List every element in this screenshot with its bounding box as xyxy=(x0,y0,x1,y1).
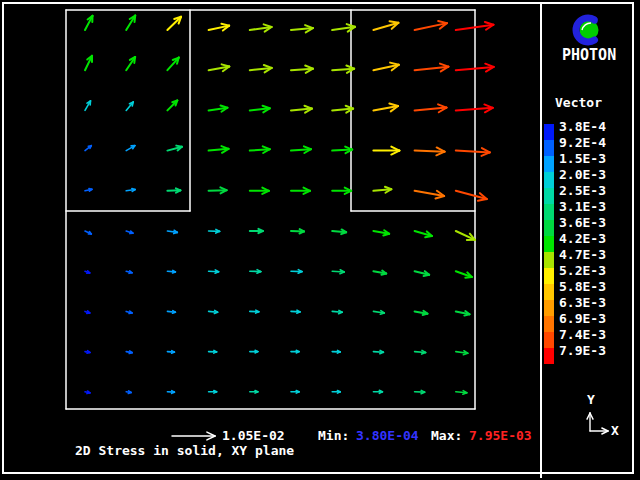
min-value: 3.80E-04 xyxy=(356,429,419,442)
legend-value: 3.8E-4 xyxy=(559,119,606,135)
legend-swatch xyxy=(544,204,554,220)
legend-value: 2.5E-3 xyxy=(559,183,606,199)
legend-swatch xyxy=(544,236,554,252)
photon-logo-graphic xyxy=(569,12,605,48)
legend-swatch xyxy=(544,124,554,140)
legend-value: 6.3E-3 xyxy=(559,295,606,311)
legend-swatch xyxy=(544,316,554,332)
legend-title: Vector xyxy=(555,96,602,110)
axis-triad-arrows xyxy=(587,413,608,434)
legend-value: 1.5E-3 xyxy=(559,151,606,167)
photon-app-screen: 1.05E-02 Min: 3.80E-04 Max: 7.95E-03 2D … xyxy=(0,0,640,480)
legend-swatch xyxy=(544,220,554,236)
legend-value: 7.9E-3 xyxy=(559,343,606,359)
legend-swatch xyxy=(544,172,554,188)
legend-value: 7.4E-3 xyxy=(559,327,606,343)
legend-swatch xyxy=(544,140,554,156)
photon-logo-icon xyxy=(569,12,605,48)
plot-title: 2D Stress in solid, XY plane xyxy=(75,444,294,457)
panel-divider xyxy=(540,2,542,478)
legend-value: 3.1E-3 xyxy=(559,199,606,215)
legend-value: 5.2E-3 xyxy=(559,263,606,279)
legend-swatch-column xyxy=(544,124,554,364)
max-label: Max: xyxy=(431,429,462,442)
x-axis-label: X xyxy=(611,423,619,438)
legend-value: 4.2E-3 xyxy=(559,231,606,247)
legend-value: 5.8E-3 xyxy=(559,279,606,295)
legend-label-column: 3.8E-49.2E-41.5E-32.0E-32.5E-33.1E-33.6E… xyxy=(559,119,606,359)
legend-swatch xyxy=(544,300,554,316)
legend-swatch xyxy=(544,188,554,204)
legend-swatch xyxy=(544,268,554,284)
legend-value: 3.6E-3 xyxy=(559,215,606,231)
scale-value: 1.05E-02 xyxy=(222,429,285,442)
legend-value: 6.9E-3 xyxy=(559,311,606,327)
min-label: Min: xyxy=(318,429,349,442)
legend-swatch xyxy=(544,252,554,268)
legend-swatch xyxy=(544,156,554,172)
legend-value: 9.2E-4 xyxy=(559,135,606,151)
scale-arrow xyxy=(172,432,215,440)
legend-panel: PHOTON Vector 3.8E-49.2E-41.5E-32.0E-32.… xyxy=(542,0,640,480)
legend-value: 2.0E-3 xyxy=(559,167,606,183)
legend-swatch xyxy=(544,284,554,300)
legend-swatch xyxy=(544,348,554,364)
vector-arrows xyxy=(85,16,494,395)
axis-triad: Y X xyxy=(580,390,640,440)
max-value: 7.95E-03 xyxy=(469,429,532,442)
y-axis-label: Y xyxy=(587,392,595,407)
legend-swatch xyxy=(544,332,554,348)
vector-field-plot xyxy=(0,0,541,480)
photon-wordmark: PHOTON xyxy=(562,48,632,63)
legend-value: 4.7E-3 xyxy=(559,247,606,263)
